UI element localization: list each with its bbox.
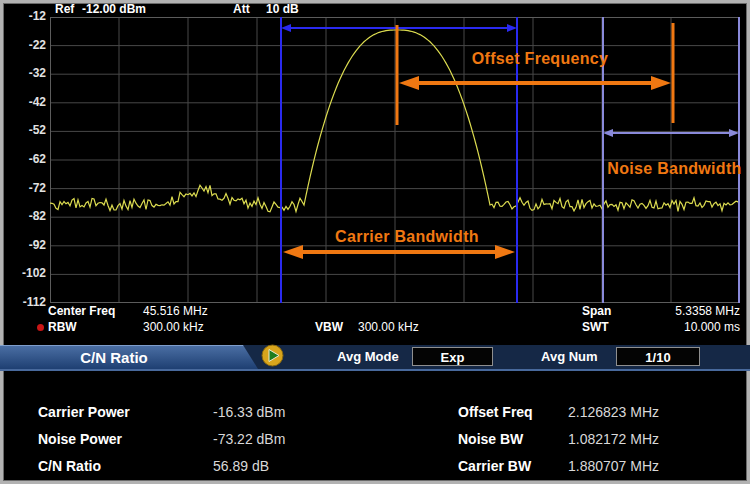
- offset-freq-value: 2.126823 MHz: [568, 404, 659, 421]
- noise-power-label: Noise Power: [38, 431, 122, 448]
- play-icon[interactable]: [261, 344, 284, 367]
- noise-band-span-line-head-left: [603, 129, 613, 137]
- carrier-band-span-line-head-right: [507, 24, 517, 32]
- noise-bw-label: Noise BW: [458, 431, 523, 448]
- y-axis-label: -112: [0, 295, 46, 309]
- carrier-bandwidth-arrow-head-left: [283, 245, 303, 259]
- carrier-power-label: Carrier Power: [38, 404, 130, 421]
- vbw-value: 300.00 kHz: [358, 320, 419, 334]
- ref-label: Ref: [55, 2, 74, 17]
- spectrum-analyzer-screen: Ref -12.00 dBm Att 10 dB -12-22-32-42-52…: [0, 0, 750, 484]
- y-axis-label: -92: [0, 238, 46, 252]
- center-freq-value: 45.516 MHz: [143, 304, 208, 318]
- y-axis-label: -32: [0, 66, 46, 80]
- ref-value: -12.00 dBm: [82, 2, 146, 17]
- swt-label: SWT: [582, 320, 609, 334]
- noise-power-value: -73.22 dBm: [213, 431, 285, 448]
- y-axis-label: -22: [0, 38, 46, 52]
- offset-freq-label: Offset Freq: [458, 404, 533, 421]
- y-axis-label: -42: [0, 95, 46, 109]
- avg-num-label: Avg Num: [541, 345, 598, 369]
- noise-bandwidth-annotation: Noise Bandwidth: [600, 160, 749, 178]
- cn-ratio-label: C/N Ratio: [38, 458, 101, 475]
- y-axis-label: -52: [0, 123, 46, 137]
- y-axis-label: -62: [0, 152, 46, 166]
- y-axis-label: -72: [0, 181, 46, 195]
- carrier-bw-value: 1.880707 MHz: [568, 458, 659, 475]
- span-label: Span: [582, 304, 611, 318]
- att-value: 10 dB: [266, 2, 299, 17]
- y-axis-label: -12: [0, 9, 46, 23]
- menu-bar-underline: [0, 369, 750, 371]
- carrier-bandwidth-arrow-head-right: [495, 245, 515, 259]
- cn-ratio-value: 56.89 dB: [213, 458, 269, 475]
- carrier-power-value: -16.33 dBm: [213, 404, 285, 421]
- offset-frequency-annotation: Offset Frequency: [440, 50, 640, 68]
- att-label: Att: [233, 2, 250, 17]
- avg-mode-label: Avg Mode: [337, 345, 399, 369]
- vbw-label: VBW: [315, 320, 343, 334]
- noise-band-span-line-head-right: [729, 129, 739, 137]
- y-axis-label: -102: [0, 266, 46, 280]
- y-axis-label: -82: [0, 209, 46, 223]
- offset-frequency-arrow-head-right: [651, 76, 671, 90]
- carrier-band-span-line-head-left: [281, 24, 291, 32]
- rbw-active-dot: [37, 324, 44, 331]
- rbw-value: 300.00 kHz: [143, 320, 204, 334]
- carrier-bw-label: Carrier BW: [458, 458, 531, 475]
- avg-num-value-box[interactable]: 1/10: [616, 347, 700, 366]
- offset-frequency-arrow-head-left: [399, 76, 419, 90]
- noise-bw-value: 1.082172 MHz: [568, 431, 659, 448]
- carrier-bandwidth-annotation: Carrier Bandwidth: [307, 228, 507, 246]
- swt-value: 10.000 ms: [630, 320, 740, 334]
- center-freq-label: Center Freq: [48, 304, 115, 318]
- measurement-title: C/N Ratio: [0, 345, 258, 369]
- rbw-label: RBW: [48, 320, 77, 334]
- avg-mode-value-box[interactable]: Exp: [412, 347, 493, 366]
- span-value: 5.3358 MHz: [630, 304, 740, 318]
